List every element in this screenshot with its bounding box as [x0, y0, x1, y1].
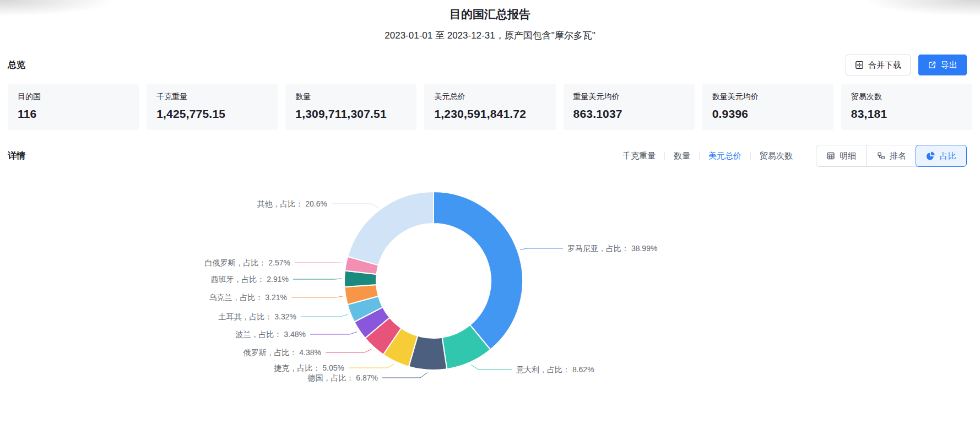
pie-label: 乌克兰，占比： 3.21% [209, 292, 287, 303]
view-button[interactable]: 排名 [866, 145, 916, 166]
merge-download-label: 合并下载 [868, 60, 901, 70]
donut-chart: 罗马尼亚，占比： 38.99%意大利，占比： 8.62%德国，占比： 6.87%… [0, 165, 980, 440]
view-button[interactable]: 明细 [816, 145, 866, 166]
pie-leader-line [349, 364, 394, 368]
pie-icon [926, 151, 935, 161]
pie-label: 西班牙，占比： 2.91% [210, 274, 289, 285]
page-title: 目的国汇总报告 [0, 7, 980, 22]
tab-separator [664, 152, 665, 160]
view-mode-group: 明细排名占比 [816, 145, 967, 167]
stat-card-value: 1,425,775.15 [156, 107, 268, 121]
stat-card-value: 116 [18, 107, 129, 121]
pie-leader-line [301, 314, 348, 317]
stat-card-label: 数量 [295, 92, 407, 102]
pie-label: 捷克，占比： 5.05% [274, 362, 344, 373]
view-button-label: 明细 [840, 151, 856, 161]
pie-label: 德国，占比： 6.87% [307, 372, 378, 383]
merge-download-button[interactable]: 合并下载 [846, 55, 911, 75]
pie-leader-line [332, 204, 378, 208]
pie-leader-line [293, 279, 342, 279]
export-icon [928, 61, 936, 69]
tab-separator [699, 152, 700, 160]
pie-leader-line [295, 263, 343, 263]
stat-card: 数量美元均价0.9396 [702, 84, 833, 130]
table-icon [826, 151, 835, 160]
pie-label: 罗马尼亚，占比： 38.99% [567, 243, 657, 254]
stat-card: 美元总价1,230,591,841.72 [424, 84, 555, 130]
stat-cards: 目的国116千克重量1,425,775.15数量1,309,711,307.51… [8, 84, 972, 130]
stat-card: 数量1,309,711,307.51 [285, 84, 416, 130]
export-button[interactable]: 导出 [918, 55, 967, 75]
overview-header: 总览 合并下载 导出 [0, 54, 980, 76]
view-button-label: 占比 [940, 151, 956, 161]
stat-card-value: 863.1037 [573, 107, 685, 121]
stat-card-label: 美元总价 [434, 92, 545, 102]
pie-label: 俄罗斯，占比： 4.38% [243, 347, 321, 358]
pie-label: 土耳其，占比： 3.32% [218, 311, 296, 322]
stat-card-label: 贸易次数 [851, 92, 962, 102]
view-button-label: 排名 [890, 151, 906, 161]
metric-tab[interactable]: 贸易次数 [760, 151, 793, 161]
pie-label: 意大利，占比： 8.62% [516, 364, 594, 375]
pie-label: 波兰，占比： 3.48% [235, 329, 306, 340]
stat-card-label: 数量美元均价 [712, 92, 824, 102]
pie-leader-line [310, 332, 357, 334]
page-subtitle: 2023-01-01 至 2023-12-31，原产国包含"摩尔多瓦" [0, 29, 980, 42]
pie-slice[interactable] [348, 192, 434, 265]
stat-card-value: 0.9396 [712, 107, 824, 121]
overview-heading: 总览 [8, 59, 25, 71]
page-header: 目的国汇总报告 2023-01-01 至 2023-12-31，原产国包含"摩尔… [0, 0, 980, 42]
export-label: 导出 [941, 60, 957, 70]
pie-leader-line [291, 296, 343, 297]
stat-card: 千克重量1,425,775.15 [147, 84, 278, 130]
view-button[interactable]: 占比 [916, 145, 967, 167]
stat-card-label: 重量美元均价 [573, 92, 685, 102]
stat-card: 目的国116 [8, 84, 139, 130]
stat-card-value: 1,309,711,307.51 [295, 107, 407, 121]
stat-card-value: 83,181 [851, 107, 962, 121]
donut-chart-svg [0, 165, 980, 440]
metric-tab[interactable]: 美元总价 [708, 151, 741, 161]
header-actions: 合并下载 导出 [846, 55, 967, 75]
stat-card-label: 千克重量 [156, 92, 268, 102]
pie-label: 其他，占比： 20.6% [257, 198, 327, 209]
stat-card-label: 目的国 [18, 92, 129, 102]
metric-tab[interactable]: 数量 [674, 151, 690, 161]
merge-download-icon [855, 61, 864, 69]
tab-separator [750, 152, 751, 160]
stat-card: 贸易次数83,181 [841, 84, 972, 130]
stat-card: 重量美元均价863.1037 [564, 84, 695, 130]
pie-label: 白俄罗斯，占比： 2.57% [204, 257, 290, 268]
ranking-icon [876, 151, 885, 160]
pie-leader-line [382, 373, 427, 378]
detail-header: 详情 千克重量数量美元总价贸易次数 明细排名占比 [0, 144, 980, 167]
metric-tabs: 千克重量数量美元总价贸易次数 [622, 151, 793, 161]
pie-leader-line [520, 248, 563, 249]
pie-leader-line [471, 365, 512, 370]
pie-leader-line [326, 349, 372, 352]
metric-tab[interactable]: 千克重量 [622, 151, 656, 161]
detail-heading: 详情 [8, 150, 25, 162]
pie-slice[interactable] [434, 192, 523, 350]
stat-card-value: 1,230,591,841.72 [434, 107, 545, 121]
